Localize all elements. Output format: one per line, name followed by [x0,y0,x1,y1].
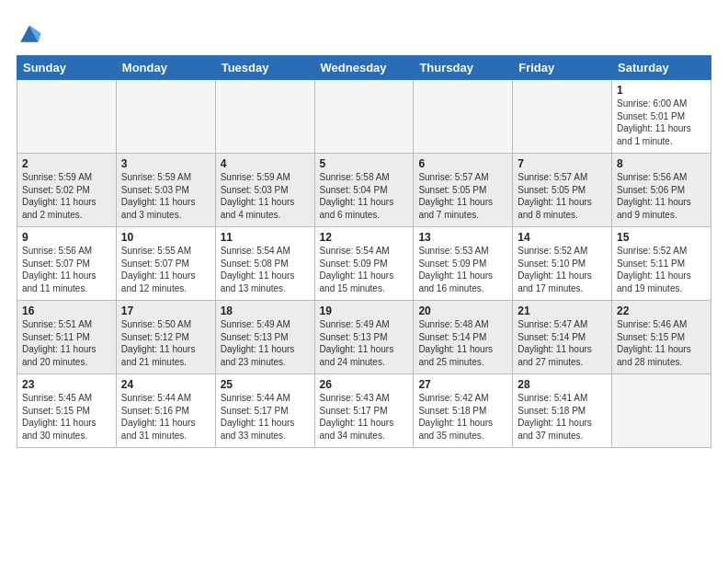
day-number: 4 [221,157,310,170]
calendar-day-cell [314,80,414,154]
day-info: Sunrise: 5:58 AM Sunset: 5:04 PM Dayligh… [320,171,409,221]
day-info: Sunrise: 5:57 AM Sunset: 5:05 PM Dayligh… [418,171,507,221]
day-number: 2 [22,157,111,170]
day-number: 7 [518,157,607,170]
calendar-day-cell: 9Sunrise: 5:56 AM Sunset: 5:07 PM Daylig… [17,227,117,301]
calendar-day-cell: 18Sunrise: 5:49 AM Sunset: 5:13 PM Dayli… [215,301,314,374]
day-info: Sunrise: 5:46 AM Sunset: 5:15 PM Dayligh… [617,318,706,368]
calendar-day-cell: 15Sunrise: 5:52 AM Sunset: 5:11 PM Dayli… [612,227,711,301]
day-info: Sunrise: 5:51 AM Sunset: 5:11 PM Dayligh… [22,318,111,368]
day-info: Sunrise: 5:56 AM Sunset: 5:07 PM Dayligh… [22,245,111,294]
calendar-day-cell: 11Sunrise: 5:54 AM Sunset: 5:08 PM Dayli… [215,227,314,301]
day-info: Sunrise: 5:44 AM Sunset: 5:16 PM Dayligh… [121,392,210,442]
day-info: Sunrise: 6:00 AM Sunset: 5:01 PM Dayligh… [617,98,706,147]
calendar-week-row: 1Sunrise: 6:00 AM Sunset: 5:01 PM Daylig… [17,80,711,154]
day-number: 25 [221,378,310,391]
day-number: 22 [617,304,706,317]
day-number: 11 [221,231,310,244]
calendar-day-cell: 3Sunrise: 5:59 AM Sunset: 5:03 PM Daylig… [116,154,215,227]
day-number: 23 [22,378,111,391]
day-info: Sunrise: 5:50 AM Sunset: 5:12 PM Dayligh… [121,318,210,368]
day-number: 9 [22,231,111,244]
calendar-day-cell [612,374,711,448]
calendar-day-cell: 28Sunrise: 5:41 AM Sunset: 5:18 PM Dayli… [513,374,612,448]
day-info: Sunrise: 5:54 AM Sunset: 5:08 PM Dayligh… [221,245,310,294]
calendar-week-row: 23Sunrise: 5:45 AM Sunset: 5:15 PM Dayli… [17,374,711,448]
day-number: 16 [22,304,111,317]
weekday-header-wednesday: Wednesday [314,56,414,80]
day-number: 19 [320,304,409,317]
calendar-day-cell [17,80,117,154]
day-number: 10 [121,231,210,244]
day-number: 14 [518,231,607,244]
calendar-table: SundayMondayTuesdayWednesdayThursdayFrid… [17,55,711,448]
calendar-day-cell: 16Sunrise: 5:51 AM Sunset: 5:11 PM Dayli… [17,301,117,374]
day-number: 21 [518,304,607,317]
calendar-day-cell: 2Sunrise: 5:59 AM Sunset: 5:02 PM Daylig… [17,154,117,227]
weekday-header-sunday: Sunday [17,56,117,80]
calendar-day-cell: 6Sunrise: 5:57 AM Sunset: 5:05 PM Daylig… [414,154,513,227]
day-info: Sunrise: 5:52 AM Sunset: 5:10 PM Dayligh… [518,245,607,294]
calendar-day-cell: 19Sunrise: 5:49 AM Sunset: 5:13 PM Dayli… [314,301,414,374]
day-info: Sunrise: 5:43 AM Sunset: 5:17 PM Dayligh… [320,392,409,442]
calendar-day-cell: 4Sunrise: 5:59 AM Sunset: 5:03 PM Daylig… [215,154,314,227]
day-number: 26 [320,378,409,391]
day-number: 6 [418,157,507,170]
day-info: Sunrise: 5:57 AM Sunset: 5:05 PM Dayligh… [518,171,607,221]
day-info: Sunrise: 5:44 AM Sunset: 5:17 PM Dayligh… [221,392,310,442]
day-number: 27 [418,378,507,391]
day-info: Sunrise: 5:49 AM Sunset: 5:13 PM Dayligh… [320,318,409,368]
calendar-day-cell [414,80,513,154]
calendar-week-row: 2Sunrise: 5:59 AM Sunset: 5:02 PM Daylig… [17,154,711,227]
calendar-day-cell [513,80,612,154]
day-number: 5 [320,157,409,170]
calendar-day-cell: 21Sunrise: 5:47 AM Sunset: 5:14 PM Dayli… [513,301,612,374]
calendar-day-cell: 20Sunrise: 5:48 AM Sunset: 5:14 PM Dayli… [414,301,513,374]
page: SundayMondayTuesdayWednesdayThursdayFrid… [0,0,728,457]
day-info: Sunrise: 5:56 AM Sunset: 5:06 PM Dayligh… [617,171,706,221]
calendar-day-cell: 1Sunrise: 6:00 AM Sunset: 5:01 PM Daylig… [612,80,711,154]
day-info: Sunrise: 5:53 AM Sunset: 5:09 PM Dayligh… [418,245,507,294]
calendar-day-cell: 17Sunrise: 5:50 AM Sunset: 5:12 PM Dayli… [116,301,215,374]
day-info: Sunrise: 5:59 AM Sunset: 5:02 PM Dayligh… [22,171,111,221]
day-number: 3 [121,157,210,170]
calendar-day-cell [215,80,314,154]
day-info: Sunrise: 5:55 AM Sunset: 5:07 PM Dayligh… [121,245,210,294]
day-info: Sunrise: 5:49 AM Sunset: 5:13 PM Dayligh… [221,318,310,368]
calendar-day-cell: 22Sunrise: 5:46 AM Sunset: 5:15 PM Dayli… [612,301,711,374]
day-number: 12 [320,231,409,244]
header [17,17,711,46]
day-info: Sunrise: 5:45 AM Sunset: 5:15 PM Dayligh… [22,392,111,442]
day-number: 18 [221,304,310,317]
calendar-day-cell: 13Sunrise: 5:53 AM Sunset: 5:09 PM Dayli… [414,227,513,301]
day-info: Sunrise: 5:47 AM Sunset: 5:14 PM Dayligh… [518,318,607,368]
calendar-day-cell: 25Sunrise: 5:44 AM Sunset: 5:17 PM Dayli… [215,374,314,448]
calendar-day-cell: 27Sunrise: 5:42 AM Sunset: 5:18 PM Dayli… [414,374,513,448]
weekday-header-saturday: Saturday [612,56,711,80]
day-info: Sunrise: 5:42 AM Sunset: 5:18 PM Dayligh… [418,392,507,442]
calendar-day-cell [116,80,215,154]
day-number: 13 [418,231,507,244]
day-number: 28 [518,378,607,391]
weekday-header-row: SundayMondayTuesdayWednesdayThursdayFrid… [17,56,711,80]
day-info: Sunrise: 5:59 AM Sunset: 5:03 PM Dayligh… [221,171,310,221]
day-number: 8 [617,157,706,170]
day-info: Sunrise: 5:41 AM Sunset: 5:18 PM Dayligh… [518,392,607,442]
day-number: 1 [617,84,706,97]
day-number: 20 [418,304,507,317]
day-info: Sunrise: 5:59 AM Sunset: 5:03 PM Dayligh… [121,171,210,221]
day-number: 17 [121,304,210,317]
calendar-day-cell: 5Sunrise: 5:58 AM Sunset: 5:04 PM Daylig… [314,154,414,227]
calendar-week-row: 9Sunrise: 5:56 AM Sunset: 5:07 PM Daylig… [17,227,711,301]
weekday-header-tuesday: Tuesday [215,56,314,80]
calendar-day-cell: 8Sunrise: 5:56 AM Sunset: 5:06 PM Daylig… [612,154,711,227]
day-number: 15 [617,231,706,244]
calendar-day-cell: 14Sunrise: 5:52 AM Sunset: 5:10 PM Dayli… [513,227,612,301]
logo-icon [17,20,42,46]
calendar-day-cell: 12Sunrise: 5:54 AM Sunset: 5:09 PM Dayli… [314,227,414,301]
weekday-header-monday: Monday [116,56,215,80]
calendar-day-cell: 26Sunrise: 5:43 AM Sunset: 5:17 PM Dayli… [314,374,414,448]
logo [17,20,46,46]
day-number: 24 [121,378,210,391]
calendar-day-cell: 23Sunrise: 5:45 AM Sunset: 5:15 PM Dayli… [17,374,117,448]
